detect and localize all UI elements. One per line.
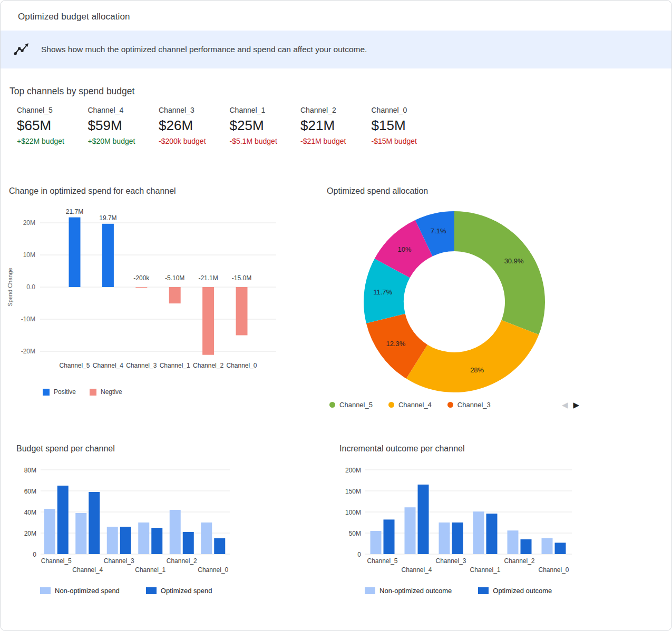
svg-text:-10M: -10M <box>21 316 35 323</box>
donut-slice-label: 10% <box>398 245 412 253</box>
x-axis-label: Channel_4 <box>402 566 432 574</box>
bar-Channel_5 <box>371 531 382 554</box>
incremental-outcome-chart-card: Incremental outcome per channel 050M100M… <box>323 444 671 595</box>
donut-legend-prev-button[interactable]: ◀ <box>562 401 568 409</box>
channel-card: Channel_0$15M-$15M budget <box>372 106 443 145</box>
x-axis-label: Channel_1 <box>135 566 165 574</box>
channel-spend-value: $15M <box>372 117 443 133</box>
donut-slice-label: 28% <box>470 366 484 374</box>
svg-text:200M: 200M <box>345 467 361 474</box>
x-axis-label: Channel_4 <box>93 362 123 369</box>
donut-legend-pager: ◀ ▶ <box>562 401 579 409</box>
donut-legend-next-button[interactable]: ▶ <box>573 401 579 409</box>
donut-slice-label: 7.1% <box>431 227 446 235</box>
legend-item-non-optimized-spend: Non-optimized spend <box>40 587 120 595</box>
legend-label: Optimized outcome <box>493 587 552 595</box>
svg-text:50M: 50M <box>349 530 361 537</box>
bar-value-label: 19.7M <box>99 214 116 222</box>
legend-item-non-optimized-outcome: Non-optimized outcome <box>365 587 452 595</box>
bar-Channel_4 <box>89 492 100 554</box>
channel-spend-value: $26M <box>159 117 230 133</box>
bar-Channel_0 <box>201 522 212 554</box>
bar-Channel_4 <box>405 507 416 554</box>
channel-name: Channel_0 <box>372 106 443 114</box>
legend-swatch <box>365 587 375 594</box>
bar-Channel_0 <box>542 538 553 554</box>
spend-change-chart: 20M10M0.0-10M-20MSpend Change21.7MChanne… <box>1 200 296 374</box>
legend-label: Negtive <box>101 388 122 396</box>
charts-row-1: Change in optimized spend for each chann… <box>1 186 671 409</box>
channel-spend-value: $65M <box>17 117 88 133</box>
info-banner: Shows how much the optimized channel per… <box>1 31 671 68</box>
legend-item-optimized-outcome: Optimized outcome <box>478 587 552 595</box>
incremental-outcome-chart-title: Incremental outcome per channel <box>339 444 671 455</box>
legend-item-channel-3: Channel_3 <box>447 401 491 409</box>
bar-Channel_3 <box>452 522 463 554</box>
donut-slice-label: 11.7% <box>373 288 392 296</box>
budget-spend-chart-card: Budget spend per channel 020M40M60M80MCh… <box>1 444 323 595</box>
legend-label: Non-optimized outcome <box>379 587 452 595</box>
x-axis-label: Channel_5 <box>367 557 398 565</box>
spend-change-chart-title: Change in optimized spend for each chann… <box>9 186 316 197</box>
x-axis-label: Channel_3 <box>126 362 157 369</box>
legend-item-channel-4: Channel_4 <box>388 401 432 409</box>
bar-Channel_4 <box>102 224 114 287</box>
legend-label: Positive <box>54 388 76 396</box>
channel-budget-delta: +$22M budget <box>17 137 88 145</box>
channel-budget-delta: -$200k budget <box>159 137 230 145</box>
legend-swatch <box>40 587 51 594</box>
channel-card: Channel_5$65M+$22M budget <box>17 106 88 145</box>
x-axis-label: Channel_0 <box>198 566 228 574</box>
page-title: Optimized budget allocation <box>18 12 671 22</box>
bar-Channel_1 <box>169 287 181 303</box>
legend-swatch <box>146 587 157 594</box>
legend-label: Channel_4 <box>398 401 432 409</box>
channel-card: Channel_2$21M-$21M budget <box>300 106 372 145</box>
svg-text:Spend Change: Spend Change <box>7 268 13 306</box>
svg-text:20M: 20M <box>24 530 36 537</box>
legend-item-channel-5: Channel_5 <box>329 401 373 409</box>
bar-Channel_0 <box>214 538 225 554</box>
channel-budget-delta: -$21M budget <box>300 137 372 145</box>
channel-card: Channel_1$25M-$5.1M budget <box>230 106 301 145</box>
bar-Channel_5 <box>44 509 55 554</box>
incremental-outcome-legend: Non-optimized outcomeOptimized outcome <box>365 587 671 595</box>
legend-label: Channel_3 <box>457 401 491 409</box>
budget-spend-chart-title: Budget spend per channel <box>16 444 323 455</box>
channel-card: Channel_4$59M+$20M budget <box>88 106 159 145</box>
x-axis-label: Channel_5 <box>59 362 90 369</box>
bar-Channel_0 <box>236 287 248 336</box>
bar-Channel_2 <box>170 510 181 554</box>
legend-label: Channel_5 <box>339 401 373 409</box>
legend-label: Optimized spend <box>161 587 212 595</box>
donut-slice-Channel_4 <box>406 320 539 392</box>
svg-text:40M: 40M <box>24 509 36 516</box>
donut-slice-Channel_5 <box>454 211 545 334</box>
bar-Channel_3 <box>120 527 131 554</box>
x-axis-label: Channel_3 <box>104 557 134 565</box>
svg-text:20M: 20M <box>23 219 35 226</box>
bar-Channel_1 <box>138 522 149 554</box>
x-axis-label: Channel_0 <box>226 362 257 369</box>
bar-Channel_5 <box>384 519 395 554</box>
x-axis-label: Channel_4 <box>72 566 103 574</box>
donut-legend-items: Channel_5Channel_4Channel_3 <box>329 401 491 409</box>
banner-text: Shows how much the optimized channel per… <box>41 45 367 54</box>
svg-text:0.0: 0.0 <box>26 283 35 291</box>
bar-Channel_2 <box>202 287 214 355</box>
top-channels-title: Top channels by spend budget <box>9 86 671 97</box>
spend-change-legend: PositiveNegtive <box>43 388 316 396</box>
bar-Channel_3 <box>135 287 147 288</box>
channel-name: Channel_5 <box>17 106 88 114</box>
channel-name: Channel_2 <box>300 106 372 114</box>
bar-Channel_5 <box>69 218 81 287</box>
legend-item-optimized-spend: Optimized spend <box>146 587 212 595</box>
svg-text:10M: 10M <box>23 251 35 259</box>
legend-swatch <box>447 402 453 408</box>
x-axis-label: Channel_3 <box>436 557 466 565</box>
svg-text:100M: 100M <box>345 509 361 516</box>
svg-text:60M: 60M <box>24 488 36 495</box>
channel-name: Channel_4 <box>88 106 159 114</box>
bar-Channel_0 <box>555 543 566 554</box>
x-axis-label: Channel_1 <box>160 362 190 369</box>
